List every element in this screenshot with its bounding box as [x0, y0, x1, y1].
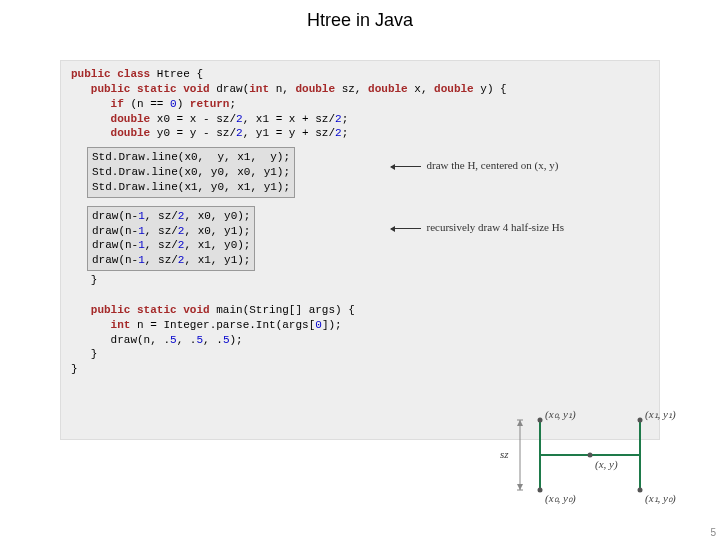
arrow-left-icon [391, 228, 421, 229]
t: , x1, y1); [184, 254, 250, 266]
num: 2 [335, 113, 342, 125]
t: , x1, y0); [184, 239, 250, 251]
kw: int [249, 83, 269, 95]
svg-point-4 [638, 418, 643, 423]
annotation-draw-h: draw the H, centered on (x, y) [391, 159, 558, 171]
t: n = Integer.parse.Int(args[ [130, 319, 315, 331]
svg-point-6 [638, 488, 643, 493]
t: Htree { [150, 68, 203, 80]
kw: double [434, 83, 474, 95]
label-xy: (x, y) [595, 458, 618, 470]
t: } [71, 363, 78, 375]
t: draw(n- [92, 254, 138, 266]
t: , . [177, 334, 197, 346]
label-x1y0: (x₁, y₀) [645, 492, 676, 505]
num: 0 [170, 98, 177, 110]
num: 5 [170, 334, 177, 346]
hl-code: Std.Draw.line(x0, y, x1, y); Std.Draw.li… [92, 150, 290, 195]
t: , x0, y1); [184, 225, 250, 237]
code-panel: public class Htree { public static void … [60, 60, 660, 440]
num: 1 [138, 225, 145, 237]
kw: return [190, 98, 230, 110]
t: , sz/ [145, 210, 178, 222]
h-diagram: sz (x₀, y₁) (x₁, y₁) (x, y) (x₀, y₀) (x₁… [490, 400, 690, 510]
annot-text: recursively draw 4 half-size Hs [427, 221, 564, 233]
kw: if [71, 98, 124, 110]
t: Std.Draw.line(x0, y0, x0, y1); [92, 166, 290, 178]
num: 2 [335, 127, 342, 139]
t: } [71, 348, 97, 360]
kw: double [295, 83, 335, 95]
t: , x0, y0); [184, 210, 250, 222]
t: ; [342, 113, 349, 125]
t: y0 = y - sz/ [150, 127, 236, 139]
t: draw(n- [92, 239, 138, 251]
t: ) [177, 98, 190, 110]
code-block: public class Htree { public static void … [61, 61, 659, 147]
svg-point-3 [538, 418, 543, 423]
t: Std.Draw.line(x0, y, x1, y); [92, 151, 290, 163]
t: draw(n- [92, 210, 138, 222]
t: sz, [335, 83, 368, 95]
t: , x1 = x + sz/ [243, 113, 335, 125]
t: draw(n- [92, 225, 138, 237]
kw: double [368, 83, 408, 95]
kw: double [71, 113, 150, 125]
t: , sz/ [145, 239, 178, 251]
t: (n == [124, 98, 170, 110]
kw: public static void [71, 304, 210, 316]
svg-marker-12 [517, 484, 523, 490]
t: y) { [474, 83, 507, 95]
page-title: Htree in Java [0, 0, 720, 31]
t: , y1 = y + sz/ [243, 127, 335, 139]
num: 1 [138, 210, 145, 222]
label-sz: sz [500, 448, 509, 460]
t: Std.Draw.line(x1, y0, x1, y1); [92, 181, 290, 193]
t: main(String[] args) { [210, 304, 355, 316]
t: draw(n, . [71, 334, 170, 346]
kw: int [71, 319, 130, 331]
svg-point-5 [538, 488, 543, 493]
t: ; [229, 98, 236, 110]
t: , sz/ [145, 254, 178, 266]
page-number: 5 [710, 527, 716, 538]
t: x0 = x - sz/ [150, 113, 236, 125]
highlight-recurse: draw(n-1, sz/2, x0, y0); draw(n-1, sz/2,… [87, 206, 255, 271]
num: 0 [315, 319, 322, 331]
t: x, [408, 83, 434, 95]
t: ]); [322, 319, 342, 331]
t: draw( [210, 83, 250, 95]
label-x0y1: (x₀, y₁) [545, 408, 576, 421]
t: ; [342, 127, 349, 139]
kw: double [71, 127, 150, 139]
code-block2: } public static void main(String[] args)… [61, 271, 659, 383]
highlight-draw-h: Std.Draw.line(x0, y, x1, y); Std.Draw.li… [87, 147, 295, 198]
annot-text: draw the H, centered on (x, y) [427, 159, 559, 171]
kw: public class [71, 68, 150, 80]
hl-code: draw(n-1, sz/2, x0, y0); draw(n-1, sz/2,… [92, 209, 250, 268]
num: 1 [138, 239, 145, 251]
kw: public static void [71, 83, 210, 95]
svg-point-7 [588, 453, 593, 458]
num: 2 [236, 127, 243, 139]
t: ); [229, 334, 242, 346]
num: 2 [236, 113, 243, 125]
label-x0y0: (x₀, y₀) [545, 492, 576, 505]
t: } [71, 274, 97, 286]
label-x1y1: (x₁, y₁) [645, 408, 676, 421]
annotation-recurse: recursively draw 4 half-size Hs [391, 221, 564, 233]
arrow-left-icon [391, 166, 421, 167]
svg-marker-11 [517, 420, 523, 426]
t: , sz/ [145, 225, 178, 237]
num: 1 [138, 254, 145, 266]
t: n, [269, 83, 295, 95]
t: , . [203, 334, 223, 346]
